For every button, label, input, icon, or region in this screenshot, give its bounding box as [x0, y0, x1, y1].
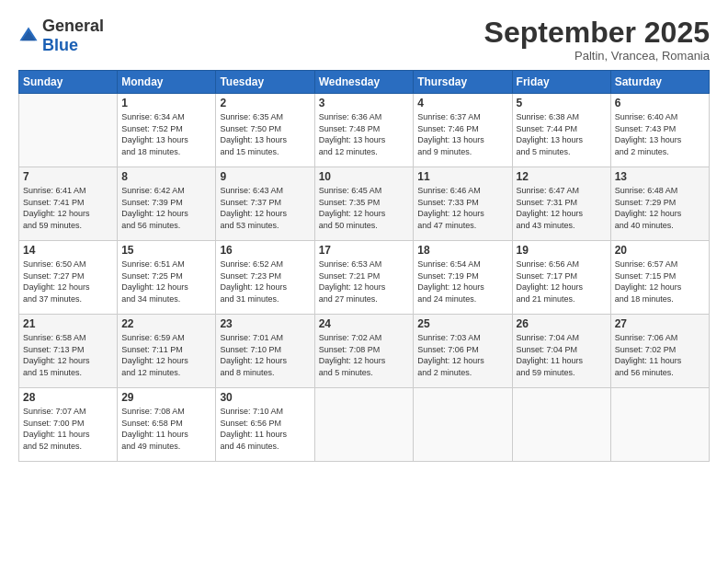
logo-text: General Blue: [42, 17, 104, 55]
day-info: Sunrise: 6:53 AMSunset: 7:21 PMDaylight:…: [319, 259, 410, 304]
header: General Blue September 2025 Paltin, Vran…: [18, 17, 710, 63]
calendar-table: Sunday Monday Tuesday Wednesday Thursday…: [18, 70, 710, 462]
table-row: 10Sunrise: 6:45 AMSunset: 7:35 PMDayligh…: [314, 167, 414, 241]
day-number: 19: [517, 244, 607, 257]
day-info: Sunrise: 6:35 AMSunset: 7:50 PMDaylight:…: [220, 111, 310, 157]
day-number: 27: [615, 317, 705, 330]
header-friday: Friday: [512, 71, 610, 94]
table-row: 27Sunrise: 7:06 AMSunset: 7:02 PMDayligh…: [610, 315, 709, 388]
table-row: 2Sunrise: 6:35 AMSunset: 7:50 PMDaylight…: [216, 94, 314, 167]
day-info: Sunrise: 6:52 AMSunset: 7:23 PMDaylight:…: [220, 259, 310, 304]
table-row: 12Sunrise: 6:47 AMSunset: 7:31 PMDayligh…: [512, 167, 610, 241]
day-number: 14: [23, 244, 113, 257]
table-row: [314, 388, 414, 462]
day-info: Sunrise: 7:03 AMSunset: 7:06 PMDaylight:…: [417, 332, 507, 378]
table-row: 16Sunrise: 6:52 AMSunset: 7:23 PMDayligh…: [216, 241, 314, 315]
day-info: Sunrise: 7:07 AMSunset: 7:00 PMDaylight:…: [23, 406, 113, 452]
day-info: Sunrise: 6:56 AMSunset: 7:17 PMDaylight:…: [517, 259, 607, 304]
day-info: Sunrise: 7:08 AMSunset: 6:58 PMDaylight:…: [121, 406, 211, 452]
calendar-week-row: 14Sunrise: 6:50 AMSunset: 7:27 PMDayligh…: [19, 241, 710, 315]
header-sunday: Sunday: [19, 71, 118, 94]
table-row: 7Sunrise: 6:41 AMSunset: 7:41 PMDaylight…: [19, 167, 118, 241]
day-info: Sunrise: 6:50 AMSunset: 7:27 PMDaylight:…: [23, 259, 113, 304]
day-info: Sunrise: 6:38 AMSunset: 7:44 PMDaylight:…: [517, 111, 607, 157]
day-number: 26: [517, 317, 607, 330]
day-number: 21: [23, 317, 113, 330]
table-row: [19, 94, 118, 167]
header-wednesday: Wednesday: [314, 71, 414, 94]
day-info: Sunrise: 7:04 AMSunset: 7:04 PMDaylight:…: [517, 332, 607, 378]
logo: General Blue: [18, 17, 104, 55]
day-number: 25: [417, 317, 507, 330]
day-number: 20: [615, 244, 705, 257]
table-row: [512, 388, 610, 462]
title-block: September 2025 Paltin, Vrancea, Romania: [484, 17, 710, 63]
day-info: Sunrise: 6:48 AMSunset: 7:29 PMDaylight:…: [615, 185, 705, 231]
table-row: 13Sunrise: 6:48 AMSunset: 7:29 PMDayligh…: [610, 167, 709, 241]
calendar-week-row: 7Sunrise: 6:41 AMSunset: 7:41 PMDaylight…: [19, 167, 710, 241]
day-number: 3: [319, 97, 410, 109]
table-row: 26Sunrise: 7:04 AMSunset: 7:04 PMDayligh…: [512, 315, 610, 388]
table-row: [414, 388, 512, 462]
day-info: Sunrise: 6:57 AMSunset: 7:15 PMDaylight:…: [615, 259, 705, 304]
day-number: 23: [220, 317, 310, 330]
table-row: 21Sunrise: 6:58 AMSunset: 7:13 PMDayligh…: [19, 315, 118, 388]
day-number: 7: [23, 170, 113, 183]
day-number: 29: [121, 391, 211, 404]
calendar-week-row: 1Sunrise: 6:34 AMSunset: 7:52 PMDaylight…: [19, 94, 710, 167]
day-info: Sunrise: 6:34 AMSunset: 7:52 PMDaylight:…: [121, 111, 211, 157]
table-row: 1Sunrise: 6:34 AMSunset: 7:52 PMDaylight…: [118, 94, 216, 167]
day-number: 1: [121, 97, 211, 109]
day-info: Sunrise: 6:59 AMSunset: 7:11 PMDaylight:…: [121, 332, 211, 378]
day-info: Sunrise: 6:36 AMSunset: 7:48 PMDaylight:…: [319, 111, 410, 157]
table-row: 8Sunrise: 6:42 AMSunset: 7:39 PMDaylight…: [118, 167, 216, 241]
table-row: 25Sunrise: 7:03 AMSunset: 7:06 PMDayligh…: [414, 315, 512, 388]
day-number: 16: [220, 244, 310, 257]
day-number: 30: [220, 391, 310, 404]
logo-general: General: [42, 17, 104, 35]
day-number: 17: [319, 244, 410, 257]
day-info: Sunrise: 6:51 AMSunset: 7:25 PMDaylight:…: [121, 259, 211, 304]
logo-blue: Blue: [42, 36, 78, 54]
table-row: [610, 388, 709, 462]
day-info: Sunrise: 6:37 AMSunset: 7:46 PMDaylight:…: [417, 111, 507, 157]
table-row: 15Sunrise: 6:51 AMSunset: 7:25 PMDayligh…: [118, 241, 216, 315]
day-number: 13: [615, 170, 705, 183]
day-number: 11: [417, 170, 507, 183]
logo-icon: [18, 26, 39, 46]
day-info: Sunrise: 6:54 AMSunset: 7:19 PMDaylight:…: [417, 259, 507, 304]
table-row: 17Sunrise: 6:53 AMSunset: 7:21 PMDayligh…: [314, 241, 414, 315]
table-row: 14Sunrise: 6:50 AMSunset: 7:27 PMDayligh…: [19, 241, 118, 315]
table-row: 11Sunrise: 6:46 AMSunset: 7:33 PMDayligh…: [414, 167, 512, 241]
day-info: Sunrise: 7:10 AMSunset: 6:56 PMDaylight:…: [220, 406, 310, 452]
table-row: 30Sunrise: 7:10 AMSunset: 6:56 PMDayligh…: [216, 388, 314, 462]
day-number: 8: [121, 170, 211, 183]
header-thursday: Thursday: [414, 71, 512, 94]
day-number: 15: [121, 244, 211, 257]
table-row: 5Sunrise: 6:38 AMSunset: 7:44 PMDaylight…: [512, 94, 610, 167]
day-number: 22: [121, 317, 211, 330]
table-row: 6Sunrise: 6:40 AMSunset: 7:43 PMDaylight…: [610, 94, 709, 167]
day-info: Sunrise: 7:02 AMSunset: 7:08 PMDaylight:…: [319, 332, 410, 378]
table-row: 23Sunrise: 7:01 AMSunset: 7:10 PMDayligh…: [216, 315, 314, 388]
header-monday: Monday: [118, 71, 216, 94]
table-row: 20Sunrise: 6:57 AMSunset: 7:15 PMDayligh…: [610, 241, 709, 315]
table-row: 3Sunrise: 6:36 AMSunset: 7:48 PMDaylight…: [314, 94, 414, 167]
day-number: 28: [23, 391, 113, 404]
day-number: 5: [517, 97, 607, 109]
day-info: Sunrise: 7:06 AMSunset: 7:02 PMDaylight:…: [615, 332, 705, 378]
day-info: Sunrise: 6:46 AMSunset: 7:33 PMDaylight:…: [417, 185, 507, 231]
day-number: 12: [517, 170, 607, 183]
page: General Blue September 2025 Paltin, Vran…: [0, 0, 728, 563]
table-row: 22Sunrise: 6:59 AMSunset: 7:11 PMDayligh…: [118, 315, 216, 388]
calendar-week-row: 28Sunrise: 7:07 AMSunset: 7:00 PMDayligh…: [19, 388, 710, 462]
day-info: Sunrise: 6:45 AMSunset: 7:35 PMDaylight:…: [319, 185, 410, 231]
table-row: 18Sunrise: 6:54 AMSunset: 7:19 PMDayligh…: [414, 241, 512, 315]
calendar-week-row: 21Sunrise: 6:58 AMSunset: 7:13 PMDayligh…: [19, 315, 710, 388]
table-row: 9Sunrise: 6:43 AMSunset: 7:37 PMDaylight…: [216, 167, 314, 241]
day-number: 6: [615, 97, 705, 109]
header-saturday: Saturday: [610, 71, 709, 94]
day-info: Sunrise: 6:42 AMSunset: 7:39 PMDaylight:…: [121, 185, 211, 231]
day-number: 4: [417, 97, 507, 109]
location: Paltin, Vrancea, Romania: [484, 49, 710, 63]
